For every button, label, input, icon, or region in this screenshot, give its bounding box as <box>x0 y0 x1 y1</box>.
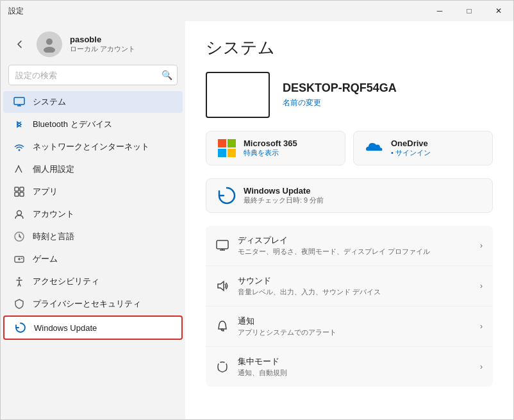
back-button[interactable] <box>11 35 29 53</box>
content-area: pasoble ローカル アカウント 🔍 <box>1 21 513 419</box>
sound-title: サウンド <box>238 275 381 287</box>
sound-chevron: › <box>480 281 483 290</box>
maximize-button[interactable]: □ <box>454 1 484 21</box>
accessibility-icon <box>13 276 25 287</box>
ms365-info: Microsoft 365 特典を表示 <box>244 139 297 158</box>
bluetooth-icon <box>13 119 25 130</box>
focus-info: 集中モード 通知、自動規則 <box>238 356 287 378</box>
settings-window: 設定 ─ □ ✕ <box>0 0 514 420</box>
sidebar-label-windows-update: Windows Update <box>34 323 97 333</box>
quick-cards: Microsoft 365 特典を表示 OneDrive サインイン <box>206 131 493 165</box>
display-icon <box>216 239 229 252</box>
svg-marker-25 <box>218 281 224 290</box>
sidebar-item-apps[interactable]: アプリ <box>3 181 183 203</box>
close-button[interactable]: ✕ <box>484 1 513 21</box>
user-info: pasoble ローカル アカウント <box>70 35 135 54</box>
ms365-sub[interactable]: 特典を表示 <box>244 148 297 158</box>
svg-point-1 <box>44 47 55 53</box>
network-icon <box>13 141 25 153</box>
sound-left: サウンド 音量レベル、出力、入力、サウンド デバイス <box>216 275 381 297</box>
sound-info: サウンド 音量レベル、出力、入力、サウンド デバイス <box>238 275 381 297</box>
svg-rect-10 <box>20 192 24 196</box>
svg-rect-21 <box>228 149 236 157</box>
wu-info: Windows Update 最終チェック日時: 9 分前 <box>244 186 324 205</box>
avatar <box>37 31 62 57</box>
sidebar-item-bluetooth[interactable]: Bluetooth とデバイス <box>3 113 183 135</box>
sound-icon <box>216 280 229 292</box>
sidebar-label-bluetooth: Bluetooth とデバイス <box>33 119 112 130</box>
sidebar-item-gaming[interactable]: ゲーム <box>3 248 183 270</box>
focus-left: 集中モード 通知、自動規則 <box>216 356 287 378</box>
wu-title: Windows Update <box>244 186 324 196</box>
nav-list: システム Bluetooth とデバイス <box>1 90 185 414</box>
gaming-icon <box>13 253 25 265</box>
main-content: システム DESKTOP-RQF54GA 名前の変更 <box>185 21 513 419</box>
ms365-icon <box>217 138 237 158</box>
time-icon <box>13 231 25 242</box>
sidebar-label-apps: アプリ <box>33 186 58 197</box>
sound-sub: 音量レベル、出力、入力、サウンド デバイス <box>238 287 381 297</box>
sidebar-item-privacy[interactable]: プライバシーとセキュリティ <box>3 293 183 315</box>
settings-item-notifications[interactable]: 通知 アプリとシステムでのアラート › <box>206 307 493 347</box>
accounts-icon <box>13 208 25 220</box>
sidebar: pasoble ローカル アカウント 🔍 <box>1 21 185 419</box>
search-box: 🔍 <box>8 65 178 85</box>
focus-chevron: › <box>480 362 483 371</box>
settings-item-display[interactable]: ディスプレイ モニター、明るさ、夜間モード、ディスプレイ プロファイル › <box>206 226 493 266</box>
ms365-title: Microsoft 365 <box>244 139 297 148</box>
sidebar-item-accounts[interactable]: アカウント <box>3 203 183 225</box>
svg-point-16 <box>21 258 22 259</box>
sidebar-label-accessibility: アクセシビリティ <box>33 276 99 287</box>
user-name: pasoble <box>70 35 135 44</box>
display-title: ディスプレイ <box>238 235 430 246</box>
sidebar-item-network[interactable]: ネットワークとインターネット <box>3 136 183 158</box>
display-sub: モニター、明るさ、夜間モード、ディスプレイ プロファイル <box>238 247 430 256</box>
page-title: システム <box>206 37 493 59</box>
minimize-button[interactable]: ─ <box>425 1 454 21</box>
sidebar-item-windows-update[interactable]: Windows Update <box>3 315 183 340</box>
svg-rect-19 <box>228 139 236 147</box>
title-bar-left: 設定 <box>8 6 24 17</box>
notifications-left: 通知 アプリとシステムでのアラート <box>216 315 336 337</box>
sidebar-label-personalization: 個人用設定 <box>33 164 74 175</box>
wu-sub: 最終チェック日時: 9 分前 <box>244 196 324 205</box>
notifications-title: 通知 <box>238 315 336 327</box>
svg-rect-18 <box>218 139 226 147</box>
search-input[interactable] <box>8 65 178 85</box>
ms365-card[interactable]: Microsoft 365 特典を表示 <box>206 131 345 165</box>
sidebar-item-personalization[interactable]: 個人用設定 <box>3 158 183 180</box>
sidebar-item-system[interactable]: システム <box>3 91 183 113</box>
display-chevron: › <box>480 241 483 250</box>
user-section: pasoble ローカル アカウント <box>1 21 185 65</box>
rename-link[interactable]: 名前の変更 <box>283 97 397 108</box>
sidebar-label-system: システム <box>33 96 66 108</box>
windows-update-nav-icon <box>15 322 26 333</box>
sidebar-label-gaming: ゲーム <box>33 253 58 265</box>
svg-point-0 <box>46 38 53 45</box>
windows-update-card[interactable]: Windows Update 最終チェック日時: 9 分前 <box>206 178 493 213</box>
sidebar-label-time: 時刻と言語 <box>33 231 74 242</box>
wu-card-icon <box>217 185 237 206</box>
onedrive-card[interactable]: OneDrive サインイン <box>353 131 493 165</box>
settings-item-sound[interactable]: サウンド 音量レベル、出力、入力、サウンド デバイス › <box>206 266 493 307</box>
notifications-info: 通知 アプリとシステムでのアラート <box>238 315 336 337</box>
sidebar-item-time[interactable]: 時刻と言語 <box>3 226 183 248</box>
svg-rect-7 <box>15 187 19 191</box>
device-thumbnail <box>206 72 270 118</box>
title-bar-controls: ─ □ ✕ <box>425 1 513 21</box>
focus-icon <box>216 360 229 373</box>
svg-rect-9 <box>15 192 19 196</box>
onedrive-icon <box>364 138 385 158</box>
display-left: ディスプレイ モニター、明るさ、夜間モード、ディスプレイ プロファイル <box>216 235 430 256</box>
settings-item-focus[interactable]: 集中モード 通知、自動規則 › <box>206 347 493 387</box>
sidebar-item-accessibility[interactable]: アクセシビリティ <box>3 271 183 292</box>
privacy-icon <box>13 298 25 310</box>
svg-rect-8 <box>20 187 24 191</box>
onedrive-info: OneDrive サインイン <box>391 139 431 158</box>
focus-title: 集中モード <box>238 356 287 367</box>
search-icon: 🔍 <box>162 70 172 80</box>
personalization-icon <box>13 164 25 175</box>
title-bar: 設定 ─ □ ✕ <box>1 1 513 21</box>
svg-point-11 <box>17 211 22 215</box>
onedrive-sub[interactable]: サインイン <box>391 148 431 158</box>
